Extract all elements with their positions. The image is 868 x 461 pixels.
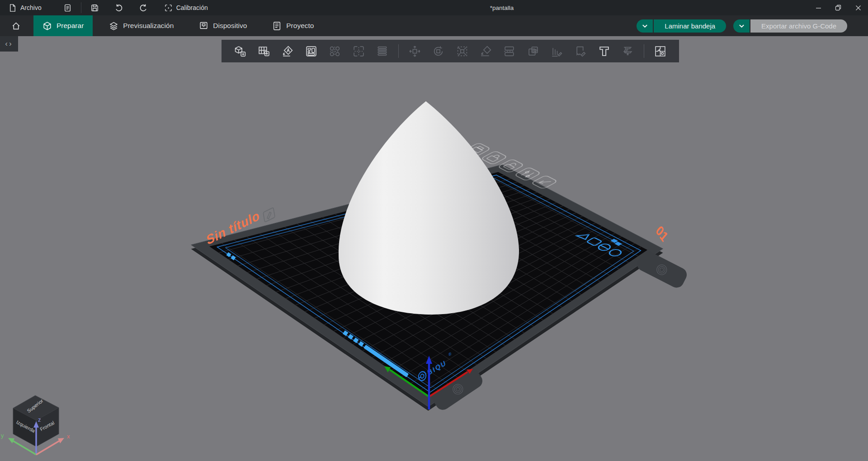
text-tool-icon[interactable] <box>596 43 612 59</box>
axis-y-label: y <box>1 432 4 439</box>
redo-button[interactable] <box>134 0 152 15</box>
slice-split-button: Laminar bandeja <box>637 19 726 33</box>
file-list-button[interactable] <box>59 0 76 15</box>
project-icon <box>272 21 282 31</box>
model-cone[interactable] <box>339 101 519 315</box>
window-title: *pantalla <box>461 0 542 15</box>
titlebar-separator <box>81 2 81 13</box>
calibration-icon <box>164 4 173 12</box>
paint-icon[interactable] <box>573 43 588 59</box>
file-menu-label: Archivo <box>20 4 42 11</box>
slice-button[interactable]: Laminar bandeja <box>654 19 726 33</box>
slice-button-label: Laminar bandeja <box>665 22 715 30</box>
toolbar-separator <box>644 44 644 58</box>
chevron-down-icon <box>738 23 745 29</box>
assembly-view-icon[interactable] <box>653 43 668 59</box>
plate-number: 01 <box>653 223 670 245</box>
object-toolbar <box>222 40 679 62</box>
title-bar: Archivo <box>0 0 868 15</box>
file-menu[interactable]: Archivo <box>4 0 46 15</box>
arrange-icon[interactable] <box>304 43 319 59</box>
rotate-icon[interactable] <box>431 43 446 59</box>
plate-handle-right <box>635 249 689 290</box>
split-to-parts-icon[interactable] <box>375 43 390 59</box>
cut-icon[interactable] <box>502 43 517 59</box>
add-model-icon[interactable] <box>232 43 248 59</box>
slice-dropdown[interactable] <box>637 19 653 33</box>
notes-icon <box>63 4 72 12</box>
axis-x-label: x <box>67 433 70 440</box>
minimize-button[interactable] <box>808 0 828 15</box>
tab-dispositivo[interactable]: Dispositivo <box>190 15 256 36</box>
undo-button[interactable] <box>110 0 128 15</box>
export-button-label: Exportar archivo G-Code <box>761 22 836 30</box>
mirror-icon[interactable] <box>525 43 541 59</box>
save-icon <box>90 4 99 12</box>
collapse-chevrons-icon: ‹› <box>5 39 13 48</box>
move-icon[interactable] <box>407 43 422 59</box>
preview-layers-icon <box>109 21 118 31</box>
sidebar-toggle[interactable]: ‹› <box>0 36 18 52</box>
undo-icon <box>114 3 123 12</box>
plate-action-lock-icon[interactable] <box>481 151 507 165</box>
window-controls <box>808 0 868 15</box>
plate-rename-icon[interactable] <box>263 207 275 222</box>
support-icon[interactable] <box>620 43 636 59</box>
tab-proyecto-label: Proyecto <box>286 22 314 30</box>
close-button[interactable] <box>848 0 868 15</box>
export-dropdown[interactable] <box>733 19 750 33</box>
calibration-label: Calibración <box>176 4 208 11</box>
chevron-down-icon <box>642 23 648 29</box>
view-cube[interactable]: Superior Izquierda Frontal z x y <box>1 395 70 455</box>
fill-bed-icon[interactable] <box>327 43 343 59</box>
lay-on-face-icon[interactable] <box>478 43 494 59</box>
home-button[interactable] <box>5 15 26 36</box>
axis-z-label: z <box>38 416 41 423</box>
home-icon <box>11 21 21 31</box>
action-buttons: Laminar bandeja Exportar archivo G-Code <box>637 15 847 36</box>
close-icon <box>855 5 861 11</box>
tab-preparar[interactable]: Preparar <box>33 15 93 36</box>
variable-layer-height-icon[interactable] <box>549 43 565 59</box>
device-icon <box>199 21 208 31</box>
application-window: BIQU ® Sin título 01 <box>0 0 868 461</box>
add-plate-icon[interactable] <box>256 43 272 59</box>
tab-preparar-label: Preparar <box>57 22 84 30</box>
save-button[interactable] <box>86 0 104 15</box>
file-icon <box>8 4 17 12</box>
export-gcode-button[interactable]: Exportar archivo G-Code <box>750 19 847 33</box>
prepare-cube-icon <box>42 21 52 31</box>
toolbar-separator <box>398 44 399 58</box>
auto-orient-icon[interactable] <box>280 43 295 59</box>
export-split-button: Exportar archivo G-Code <box>733 19 847 33</box>
redo-icon <box>139 3 148 12</box>
tab-previsualizacion-label: Previsualización <box>123 22 174 30</box>
tab-previsualizacion[interactable]: Previsualización <box>100 15 183 36</box>
restore-icon <box>835 5 841 11</box>
minimize-icon <box>816 5 821 11</box>
scale-icon[interactable] <box>454 43 470 59</box>
split-to-objects-icon[interactable] <box>351 43 366 59</box>
calibration-menu[interactable]: Calibración <box>160 0 212 15</box>
tab-dispositivo-label: Dispositivo <box>213 22 247 30</box>
tab-proyecto[interactable]: Proyecto <box>263 15 323 36</box>
restore-button[interactable] <box>828 0 848 15</box>
viewport-3d[interactable]: BIQU ® Sin título 01 <box>0 0 868 461</box>
